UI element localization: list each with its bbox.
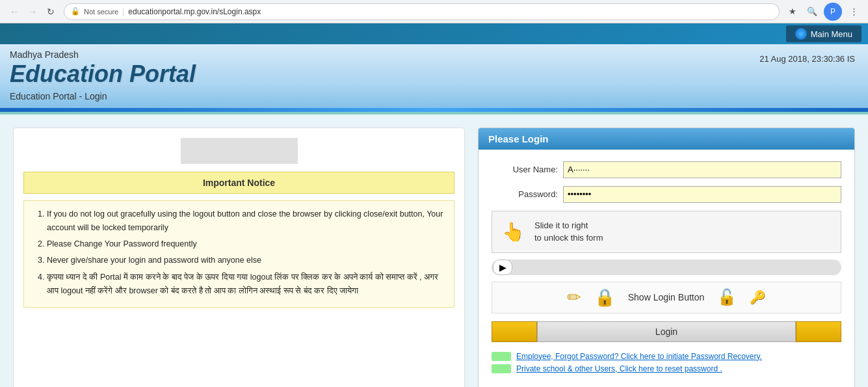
page-subtitle: Education Portal - Login xyxy=(10,91,858,105)
browser-actions: ★ 🔍 P ⋮ xyxy=(785,3,861,21)
portal-title: Education Portal xyxy=(10,61,858,87)
main-menu-button[interactable]: Main Menu xyxy=(786,25,861,42)
forward-button[interactable]: → xyxy=(25,4,40,20)
private-school-reset-link[interactable]: Private school & other Users, Click here… xyxy=(516,364,722,373)
back-button[interactable]: ← xyxy=(7,4,22,20)
notice-item-4: कृपया ध्यान दे की Portal में काम करने के… xyxy=(47,271,444,299)
show-login-label[interactable]: Show Login Button xyxy=(628,292,705,302)
employee-recovery-row: Employee, Forgot Password? Click here to… xyxy=(492,352,841,361)
private-school-recovery-row: Private school & other Users, Click here… xyxy=(492,364,841,373)
browser-nav-buttons: ← → ↻ xyxy=(7,4,59,20)
main-menu-label: Main Menu xyxy=(811,29,852,39)
show-login-area: ✏ 🔒 Show Login Button 🔓 🔑 xyxy=(492,282,841,314)
password-row: Password: xyxy=(492,186,841,203)
menu-button[interactable]: ⋮ xyxy=(846,4,861,20)
login-side-right xyxy=(796,321,841,342)
key-icon: 🔑 xyxy=(750,289,766,305)
main-content: Important Notice If you do not log out g… xyxy=(0,114,868,387)
password-input[interactable] xyxy=(563,186,841,203)
slide-handle[interactable]: ▶ xyxy=(493,260,512,275)
captcha-text: Slide it to right to unlock this form xyxy=(534,219,603,245)
login-button-row: Login xyxy=(492,321,841,342)
captcha-subtitle: to unlock this form xyxy=(534,232,603,245)
url-divider: | xyxy=(122,7,124,16)
security-indicator: Not secure xyxy=(84,8,118,16)
employee-forgot-link[interactable]: Employee, Forgot Password? Click here to… xyxy=(516,352,762,361)
lock-icon-big: 🔒 xyxy=(594,287,615,308)
captcha-title: Slide it to right xyxy=(534,219,603,232)
employee-link-badge xyxy=(492,352,511,361)
username-label: User Name: xyxy=(492,165,563,174)
notice-content: If you do not log out gracefully using t… xyxy=(23,200,454,308)
top-menu-bar: Main Menu xyxy=(0,23,868,44)
captcha-area: 👆 Slide it to right to unlock this form xyxy=(492,211,841,253)
private-school-link-badge xyxy=(492,364,511,373)
slide-track[interactable]: ▶ xyxy=(492,260,841,275)
browser-chrome: ← → ↻ 🔓 Not secure | educationportal.mp.… xyxy=(0,0,868,23)
url-display: educationportal.mp.gov.in/sLogin.aspx xyxy=(128,7,261,16)
notice-item-2: Please Change Your Password frequently xyxy=(47,237,444,251)
zoom-button[interactable]: 🔍 xyxy=(804,4,820,20)
notice-item-3: Never give/share your login and password… xyxy=(47,254,444,267)
header-datetime: 21 Aug 2018, 23:30:36 IS xyxy=(759,54,855,64)
site-header: Madhya Pradesh Education Portal 21 Aug 2… xyxy=(0,44,868,108)
bookmark-button[interactable]: ★ xyxy=(785,4,800,20)
username-row: User Name: xyxy=(492,161,841,178)
state-name: Madhya Pradesh xyxy=(10,49,858,60)
notice-image-placeholder xyxy=(181,138,298,164)
slide-track-area: ▶ xyxy=(492,260,841,275)
login-side-left xyxy=(492,321,537,342)
notice-panel: Important Notice If you do not log out g… xyxy=(13,127,465,387)
pencil-icon: ✏ xyxy=(567,287,581,308)
notice-item-1: If you do not log out gracefully using t… xyxy=(47,207,444,235)
unlock-icon: 🔓 xyxy=(717,288,737,306)
globe-icon xyxy=(795,28,807,40)
login-form: User Name: Password: 👆 Slide it to right… xyxy=(479,150,854,387)
reload-button[interactable]: ↻ xyxy=(43,4,59,20)
login-panel-header: Please Login xyxy=(479,128,854,150)
recovery-links: Employee, Forgot Password? Click here to… xyxy=(492,349,841,380)
login-button[interactable]: Login xyxy=(537,321,796,342)
password-label: Password: xyxy=(492,189,563,199)
address-bar[interactable]: 🔓 Not secure | educationportal.mp.gov.in… xyxy=(64,3,780,20)
captcha-arrow-icon: 👆 xyxy=(502,221,525,243)
login-panel: Please Login User Name: Password: 👆 Slid… xyxy=(478,127,855,387)
profile-icon: P xyxy=(830,7,835,16)
notice-title: Important Notice xyxy=(23,172,454,194)
profile-button[interactable]: P xyxy=(824,3,842,21)
lock-icon: 🔓 xyxy=(71,7,80,16)
username-input[interactable] xyxy=(563,161,841,178)
